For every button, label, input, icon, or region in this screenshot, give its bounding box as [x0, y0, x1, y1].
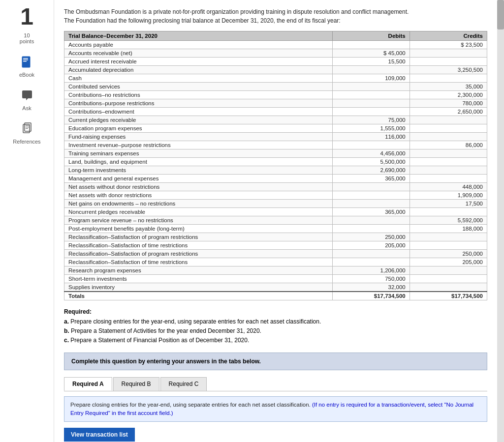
table-row: Contributions–no restrictions 2,300,000 [64, 91, 487, 99]
problem-description: The Ombudsman Foundation is a private no… [64, 7, 487, 25]
debit-cell [332, 141, 410, 149]
instruction-main-text: Prepare closing entries for the year-end… [70, 402, 312, 408]
table-row: Land, buildings, and equipment 5,500,000 [64, 158, 487, 166]
required-letter: c. [64, 337, 69, 344]
svg-rect-2 [23, 59, 28, 60]
table-row: Net assets without donor restrictions 44… [64, 183, 487, 191]
view-transaction-button[interactable]: View transaction list [64, 428, 135, 442]
sidebar-item-ask[interactable]: Ask [19, 88, 35, 111]
table-header-debits: Debits [332, 31, 410, 41]
account-cell: Reclassification–Satisfaction of program… [64, 250, 333, 258]
credit-cell: 780,000 [410, 99, 487, 108]
sidebar-item-references[interactable]: References [13, 121, 40, 145]
table-row: Program service revenue – no restriction… [64, 216, 487, 225]
account-cell: Reclassification–Satisfaction of time re… [64, 258, 333, 266]
debit-cell: 75,000 [332, 116, 410, 124]
table-row: Training seminars expenses 4,456,000 [64, 149, 487, 158]
description-line1: The Ombudsman Foundation is a private no… [64, 8, 409, 15]
debit-cell: 365,000 [332, 175, 410, 183]
credit-cell: 188,000 [410, 225, 487, 233]
account-cell: Investment revenue–purpose restrictions [64, 141, 333, 149]
credit-cell: 205,000 [410, 258, 487, 266]
debit-cell [332, 66, 410, 74]
credit-cell [410, 241, 487, 250]
table-row: Reclassification–Satisfaction of time re… [64, 258, 487, 266]
table-row: Research program expenses 1,206,000 [64, 266, 487, 275]
credit-cell [410, 275, 487, 283]
credit-cell: 5,592,000 [410, 216, 487, 225]
debit-cell [332, 216, 410, 225]
tab-required-c[interactable]: Required C [160, 377, 207, 391]
account-cell: Reclassification–Satisfaction of program… [64, 233, 333, 241]
scrollbar[interactable] [497, 0, 504, 442]
debit-cell: 15,500 [332, 58, 410, 66]
account-cell: Noncurrent pledges receivable [64, 208, 333, 216]
table-row: Management and general expenses 365,000 [64, 175, 487, 183]
required-text: Prepare closing entries for the year-end… [70, 318, 321, 325]
credit-cell [410, 124, 487, 133]
table-row: Current pledges receivable 75,000 [64, 116, 487, 124]
account-cell: Program service revenue – no restriction… [64, 216, 333, 225]
required-label: Required: [64, 308, 487, 315]
points-label: points [20, 38, 34, 44]
table-row: Supplies inventory 32,000 [64, 283, 487, 292]
credit-cell [410, 133, 487, 141]
table-row: Net gains on endowments – no restriction… [64, 200, 487, 208]
table-row: Long-term investments 2,690,000 [64, 166, 487, 175]
account-cell: Contributions–purpose restrictions [64, 99, 333, 108]
table-row: Contributions–endowment 2,650,000 [64, 108, 487, 116]
credit-cell [410, 58, 487, 66]
points-value: 10 [24, 32, 30, 38]
references-label: References [13, 139, 40, 145]
debit-cell [332, 200, 410, 208]
credit-cell [410, 49, 487, 58]
account-cell: Education program expenses [64, 124, 333, 133]
points-display: 10 points [20, 32, 34, 44]
instruction-box: Prepare closing entries for the year-end… [64, 396, 487, 422]
debit-cell [332, 41, 410, 49]
credit-cell: 17,500 [410, 200, 487, 208]
svg-rect-3 [23, 61, 27, 62]
total-row: Totals $17,734,500 $17,734,500 [64, 292, 487, 300]
credit-cell [410, 208, 487, 216]
table-row: Investment revenue–purpose restrictions … [64, 141, 487, 149]
complete-instruction-text: Complete this question by entering your … [71, 358, 261, 365]
account-cell: Research program expenses [64, 266, 333, 275]
required-text: Prepare a Statement of Financial Positio… [70, 337, 249, 344]
complete-instruction-box: Complete this question by entering your … [64, 353, 487, 370]
svg-rect-8 [26, 128, 28, 129]
table-row: Contributed services 35,000 [64, 83, 487, 91]
account-cell: Accrued interest receivable [64, 58, 333, 66]
svg-rect-7 [26, 127, 29, 127]
debit-cell [332, 225, 410, 233]
sidebar: 1 10 points eBook Ask [0, 0, 54, 442]
total-debit: $17,734,500 [332, 292, 410, 300]
credit-cell [410, 116, 487, 124]
tabs-row: Required ARequired BRequired C [64, 377, 487, 391]
tab-required-a[interactable]: Required A [64, 377, 112, 391]
debit-cell: 205,000 [332, 241, 410, 250]
debit-cell: 2,690,000 [332, 166, 410, 175]
scrollbar-thumb[interactable] [497, 0, 504, 29]
table-row: Accumulated depreciation 3,250,500 [64, 66, 487, 74]
account-cell: Fund-raising expenses [64, 133, 333, 141]
table-row: Reclassification–Satisfaction of time re… [64, 241, 487, 250]
tab-required-b[interactable]: Required B [113, 377, 159, 391]
debit-cell: 365,000 [332, 208, 410, 216]
account-cell: Supplies inventory [64, 283, 333, 292]
table-row: Fund-raising expenses 116,000 [64, 133, 487, 141]
debit-cell [332, 99, 410, 108]
table-row: Contributions–purpose restrictions 780,0… [64, 99, 487, 108]
account-cell: Contributions–endowment [64, 108, 333, 116]
sidebar-item-ebook[interactable]: eBook [19, 54, 35, 78]
credit-cell [410, 158, 487, 166]
debit-cell: 116,000 [332, 133, 410, 141]
account-cell: Post-employment benefits payable (long-t… [64, 225, 333, 233]
credit-cell [410, 166, 487, 175]
required-items: a. Prepare closing entries for the year-… [64, 317, 487, 346]
table-row: Accounts receivable (net) $ 45,000 [64, 49, 487, 58]
required-item: a. Prepare closing entries for the year-… [64, 317, 487, 326]
table-header-credits: Credits [410, 31, 487, 41]
book-icon [19, 54, 35, 70]
required-section: Required: a. Prepare closing entries for… [64, 308, 487, 346]
